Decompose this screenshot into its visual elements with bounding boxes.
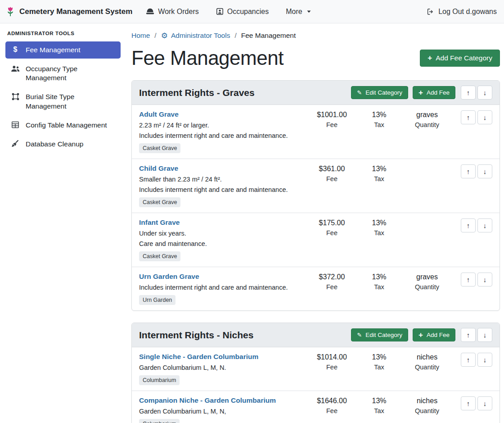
fee-row: Child Grave Smaller than 2.23 m² / 24 ft… xyxy=(132,159,500,213)
quantity-cell xyxy=(400,218,454,261)
fee-name-link[interactable]: Companion Niche - Garden Columbarium xyxy=(139,396,276,405)
add-fee-label: Add Fee xyxy=(427,332,450,338)
move-fee-down-button[interactable]: ↓ xyxy=(477,164,492,178)
move-fee-up-button[interactable]: ↑ xyxy=(461,396,476,410)
add-fee-button[interactable]: + Add Fee xyxy=(413,86,455,99)
fee-descriptions: Smaller than 2.23 m² / 24 ft².Includes i… xyxy=(139,176,306,193)
fee-descriptions: 2.23 m² / 24 ft² or larger.Includes inte… xyxy=(139,122,306,139)
move-fee-up-button[interactable]: ↑ xyxy=(461,164,476,178)
quantity-value: graves xyxy=(400,111,454,119)
fee-amount-label: Fee xyxy=(306,283,358,291)
move-fee-down-button[interactable]: ↓ xyxy=(477,273,492,287)
category-reorder-controls: ↑ ↓ xyxy=(461,86,492,100)
sidebar: ADMINISTRATOR TOOLS $ Fee Management Occ… xyxy=(0,23,126,423)
quantity-value: niches xyxy=(400,397,454,405)
move-fee-up-button[interactable]: ↑ xyxy=(461,218,476,232)
sidebar-item-occupancy-type-management[interactable]: Occupancy Type Management xyxy=(5,60,121,86)
logout-link[interactable]: Log Out d.gowans xyxy=(426,8,497,16)
tax-value: 13% xyxy=(358,165,400,173)
move-fee-up-button[interactable]: ↑ xyxy=(461,353,476,367)
fee-name-link[interactable]: Adult Grave xyxy=(139,110,179,118)
category-body: Adult Grave 2.23 m² / 24 ft² or larger.I… xyxy=(132,105,500,310)
fee-name-link[interactable]: Urn Garden Grave xyxy=(139,273,199,281)
move-category-down-button[interactable]: ↓ xyxy=(477,86,492,100)
category-reorder-controls: ↑ ↓ xyxy=(461,328,492,342)
fee-description: Care and maintenance. xyxy=(139,240,306,247)
fee-description: Includes interment right and care and ma… xyxy=(139,186,306,193)
category-title: Interment Rights - Graves xyxy=(139,87,346,98)
categories-container: Interment Rights - Graves ✎ Edit Categor… xyxy=(131,80,500,423)
breadcrumb-admin-tools-link[interactable]: ⚙ Administrator Tools xyxy=(161,32,230,40)
category-body: Single Niche - Garden Columbarium Garden… xyxy=(132,347,500,423)
fee-amount-cell: $1001.00 Fee xyxy=(306,110,358,153)
sidebar-item-fee-management[interactable]: $ Fee Management xyxy=(5,41,121,59)
tax-label: Tax xyxy=(358,283,400,291)
add-fee-button[interactable]: + Add Fee xyxy=(413,328,455,341)
fee-name-link[interactable]: Infant Grave xyxy=(139,218,180,227)
tax-cell: 13% Tax xyxy=(358,353,400,385)
tax-cell: 13% Tax xyxy=(358,396,400,423)
fee-descriptions: Includes interment right and care and ma… xyxy=(139,284,306,291)
tax-label: Tax xyxy=(358,364,400,371)
sidebar-item-database-cleanup[interactable]: Database Cleanup xyxy=(5,136,121,153)
tax-value: 13% xyxy=(358,111,400,119)
quantity-label: Quantity xyxy=(400,364,454,371)
fee-row: Companion Niche - Garden Columbarium Gar… xyxy=(132,391,500,423)
add-fee-label: Add Fee xyxy=(427,89,450,96)
fee-reorder-controls: ↑ ↓ xyxy=(454,164,492,207)
edit-category-button[interactable]: ✎ Edit Category xyxy=(351,86,408,99)
tax-value: 13% xyxy=(358,219,400,227)
move-fee-down-button[interactable]: ↓ xyxy=(477,353,492,367)
nav-more[interactable]: More xyxy=(286,8,311,16)
page-header: Fee Management + Add Fee Category xyxy=(131,47,500,69)
quantity-cell: graves Quantity xyxy=(400,110,454,153)
move-fee-down-button[interactable]: ↓ xyxy=(477,110,492,124)
nav-occupancies[interactable]: Occupancies xyxy=(216,8,269,16)
fee-info: Companion Niche - Garden Columbarium Gar… xyxy=(139,396,306,423)
fee-amount-label: Fee xyxy=(306,364,358,371)
edit-category-label: Edit Category xyxy=(365,332,402,338)
move-fee-down-button[interactable]: ↓ xyxy=(477,218,492,232)
brand-link[interactable]: Cemetery Management System xyxy=(5,6,132,17)
breadcrumb-home-link[interactable]: Home xyxy=(131,32,150,40)
logout-icon xyxy=(426,8,434,15)
pencil-icon: ✎ xyxy=(357,90,362,96)
sidebar-item-config-table-management[interactable]: Config Table Management xyxy=(5,117,121,134)
quantity-cell: graves Quantity xyxy=(400,273,454,305)
fee-description: Garden Columbarium L, M, N. xyxy=(139,364,306,371)
logout-label: Log Out d.gowans xyxy=(438,8,497,16)
breadcrumb-admin-tools-label: Administrator Tools xyxy=(171,32,230,40)
fee-descriptions: Garden Columbarium L, M, N, xyxy=(139,408,306,415)
move-category-down-button[interactable]: ↓ xyxy=(477,328,492,342)
move-fee-up-button[interactable]: ↑ xyxy=(461,110,476,124)
fee-amount-value: $175.00 xyxy=(306,219,358,227)
move-category-up-button[interactable]: ↑ xyxy=(461,328,476,342)
fee-info: Urn Garden Grave Includes interment righ… xyxy=(139,273,306,305)
primary-nav: Work Orders Occupancies More xyxy=(146,8,311,16)
fee-type-badge: Columbarium xyxy=(139,375,180,385)
quantity-label: Quantity xyxy=(400,121,454,128)
fee-amount-label: Fee xyxy=(306,229,358,237)
quantity-label: Quantity xyxy=(400,283,454,291)
sidebar-item-burial-site-type-management[interactable]: Burial Site Type Management xyxy=(5,88,121,114)
sidebar-item-label: Fee Management xyxy=(26,45,81,55)
move-fee-up-button[interactable]: ↑ xyxy=(461,273,476,287)
add-fee-category-button[interactable]: + Add Fee Category xyxy=(420,50,500,67)
fee-name-link[interactable]: Child Grave xyxy=(139,164,178,173)
quantity-label: Quantity xyxy=(400,407,454,414)
edit-category-button[interactable]: ✎ Edit Category xyxy=(351,328,408,341)
move-fee-down-button[interactable]: ↓ xyxy=(477,396,492,410)
fee-category-card: Interment Rights - Niches ✎ Edit Categor… xyxy=(131,323,500,423)
category-header: Interment Rights - Niches ✎ Edit Categor… xyxy=(132,323,500,347)
fee-reorder-controls: ↑ ↓ xyxy=(454,218,492,261)
fee-reorder-controls: ↑ ↓ xyxy=(454,273,492,305)
fee-amount-cell: $175.00 Fee xyxy=(306,218,358,261)
quantity-value: graves xyxy=(400,273,454,281)
tax-value: 13% xyxy=(358,353,400,361)
fee-name-link[interactable]: Single Niche - Garden Columbarium xyxy=(139,353,258,361)
breadcrumb: Home / ⚙ Administrator Tools / Fee Manag… xyxy=(131,32,500,40)
nav-work-orders[interactable]: Work Orders xyxy=(146,8,198,16)
fee-amount-label: Fee xyxy=(306,121,358,128)
tax-cell: 13% Tax xyxy=(358,273,400,305)
move-category-up-button[interactable]: ↑ xyxy=(461,86,476,100)
